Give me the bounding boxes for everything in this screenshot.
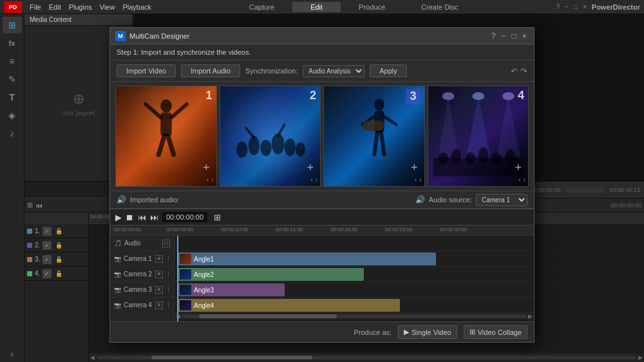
cam2-clip[interactable]: Angle2 [177, 268, 364, 281]
sidebar-icon-grid[interactable]: ⊞ [3, 17, 22, 33]
camera-cell-4[interactable]: 4 + ‹ › [428, 86, 529, 187]
cam3-track-expand[interactable]: │ [167, 287, 170, 292]
dialog-track-content: Angle1 Angle2 Angle3 [175, 236, 534, 321]
max-icon[interactable]: □ [574, 3, 578, 10]
track-lock-4[interactable]: 🔓 [54, 269, 63, 278]
undo-btn[interactable]: ↶ [511, 66, 518, 76]
sidebar-icon-audio[interactable]: ♪ [3, 125, 22, 142]
pb-grid-btn[interactable]: ⊞ [214, 213, 221, 222]
menu-plugins[interactable]: Plugins [69, 3, 92, 11]
cam-add-2[interactable]: + [307, 161, 314, 175]
pb-progress[interactable] [565, 187, 604, 193]
audio-track-check[interactable]: □ [162, 240, 170, 247]
track-lock-2[interactable]: 🔓 [54, 241, 63, 250]
dialog-min-btn[interactable]: − [499, 32, 508, 41]
left-sidebar: ⊞ fx ≡ ✎ T ◈ ♪ › [0, 14, 24, 362]
pb-prev-btn[interactable]: ⏮ [138, 213, 146, 222]
track-check-2[interactable]: ✓ [43, 241, 52, 250]
dlg-scroll-thumb[interactable] [199, 314, 337, 318]
dialog-close-btn[interactable]: × [520, 32, 529, 41]
rt-3: 00:00:15:00 [276, 227, 303, 233]
svg-point-14 [374, 99, 384, 111]
sidebar-icon-shape[interactable]: ◈ [3, 107, 22, 124]
track-num-3: 3. [35, 256, 40, 263]
camera-cell-1[interactable]: 1 + ‹ › [115, 86, 217, 187]
cam3-track-check[interactable]: ≡ [155, 286, 163, 294]
pb-stop-btn[interactable]: ⏹ [126, 213, 134, 222]
track-color-4 [27, 271, 32, 276]
dialog-max-btn[interactable]: □ [509, 32, 518, 41]
cam4-clip[interactable]: Angle4 [177, 299, 400, 312]
dialog-scroll-bar[interactable]: ◀ ▶ [175, 313, 534, 319]
track-check-4[interactable]: ✓ [43, 269, 52, 278]
redo-btn[interactable]: ↷ [520, 66, 527, 76]
bottom-scrollbar[interactable]: ◀ ▶ [89, 353, 644, 362]
audio-source-select[interactable]: Camera 1 [476, 194, 527, 206]
media-panel-hint[interactable]: Click [Import] [61, 110, 95, 117]
menu-playback[interactable]: Playback [122, 3, 151, 11]
track-check-1[interactable]: ✓ [43, 227, 52, 236]
cam4-track-expand[interactable]: │ [167, 302, 170, 308]
video-collage-option[interactable]: ⊞ Video Collage [464, 325, 527, 339]
sidebar-icon-edit[interactable]: ✎ [3, 71, 22, 88]
dialog-title-icon: M [115, 31, 126, 41]
nav-capture[interactable]: Capture [231, 2, 292, 12]
dialog-help-btn[interactable]: ? [489, 32, 498, 41]
track-check-3[interactable]: ✓ [43, 255, 52, 264]
cam-add-4[interactable]: + [515, 161, 522, 175]
single-video-icon: ▶ [404, 328, 409, 336]
apply-btn[interactable]: Apply [370, 64, 407, 77]
menu-view[interactable]: View [100, 3, 115, 11]
sidebar-icon-transitions[interactable]: ≡ [3, 53, 22, 70]
svg-point-25 [472, 92, 484, 100]
dlg-scroll-track[interactable] [182, 314, 527, 318]
menu-edit[interactable]: Edit [49, 3, 61, 11]
camera-cell-3[interactable]: 3 + ‹ › [323, 86, 425, 187]
cam2-track-expand[interactable]: │ [167, 271, 170, 277]
cam-arrows-2: ‹ › [310, 176, 317, 184]
scroll-right-icon[interactable]: ▶ [638, 354, 643, 361]
cam2-track-check[interactable]: ≡ [155, 271, 163, 278]
svg-point-31 [478, 148, 488, 164]
playhead[interactable] [177, 236, 178, 321]
import-audio-btn[interactable]: Import Audio [181, 64, 240, 77]
nav-create-disc[interactable]: Create Disc [403, 2, 476, 12]
cam1-clip[interactable]: Angle1 [177, 252, 436, 265]
dlg-scroll-right[interactable]: ▶ [528, 313, 533, 319]
tl-icon-1[interactable]: ⊞ [27, 201, 33, 209]
media-panel-tab[interactable]: Media Content [24, 14, 132, 26]
track-color-2 [27, 243, 32, 248]
help-icon[interactable]: ? [556, 3, 560, 10]
cam4-track-check[interactable]: ≡ [155, 301, 163, 309]
single-video-option[interactable]: ▶ Single Video [398, 325, 457, 339]
produce-as-label: Produce as: [354, 329, 392, 336]
cam3-clip[interactable]: Angle3 [177, 283, 285, 296]
pb-timecode-right: 00:06:40:13 [609, 187, 640, 193]
scroll-left-icon[interactable]: ◀ [90, 354, 95, 361]
track-lock-3[interactable]: 🔓 [54, 255, 63, 264]
cam-add-1[interactable]: + [203, 161, 210, 175]
cam1-track-check[interactable]: ≡ [155, 255, 163, 263]
nav-produce[interactable]: Produce [341, 2, 403, 12]
dialog-step-text: Step 1: Import and synchronize the video… [110, 44, 534, 61]
track-lock-1[interactable]: 🔓 [54, 227, 63, 236]
sidebar-icon-fx[interactable]: fx [3, 35, 22, 52]
camera-cell-2[interactable]: 2 + ‹ › [220, 86, 321, 187]
cam1-track-expand[interactable]: │ [167, 256, 170, 262]
sidebar-icon-arrow[interactable]: › [3, 345, 22, 362]
pb-play-btn[interactable]: ▶ [115, 213, 122, 222]
min-icon[interactable]: − [565, 3, 569, 10]
menu-file[interactable]: File [30, 3, 41, 11]
tl-icon-2[interactable]: ⏮ [35, 202, 43, 209]
scroll-track-h[interactable] [97, 356, 636, 359]
sidebar-icon-text[interactable]: T [3, 89, 22, 106]
cam-add-3[interactable]: + [411, 161, 418, 175]
sync-select[interactable]: Audio Analysis [303, 65, 365, 77]
import-video-btn[interactable]: Import Video [117, 64, 176, 77]
pb-next-btn[interactable]: ⏭ [150, 213, 158, 222]
tl-cam3-label: Camera 3 [124, 286, 152, 293]
close-icon[interactable]: × [583, 3, 587, 10]
nav-edit[interactable]: Edit [292, 2, 341, 12]
svg-point-26 [502, 92, 515, 100]
scroll-thumb-h[interactable] [151, 356, 313, 359]
